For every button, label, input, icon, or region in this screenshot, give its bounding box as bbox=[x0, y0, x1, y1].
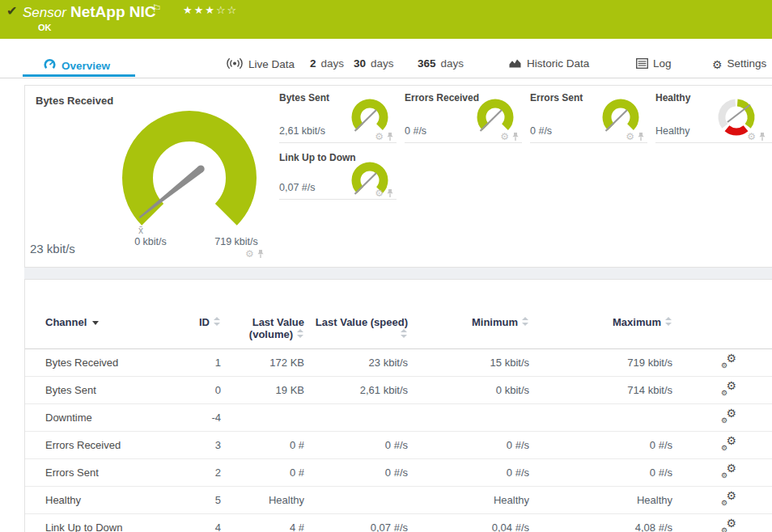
gauge-title: Healthy bbox=[655, 92, 690, 103]
flag-icon[interactable]: ⚐ bbox=[152, 2, 162, 15]
channel-settings-icon[interactable]: ⚙⚙ bbox=[721, 520, 736, 532]
channel-id: 3 bbox=[171, 432, 221, 459]
last-value-volume: 0 # bbox=[221, 432, 304, 459]
gauge-title: Bytes Received bbox=[36, 95, 113, 107]
header-label: Last Value (volume) bbox=[249, 316, 304, 340]
table-header-row: Channel ID Last Value (volume) Last Valu… bbox=[25, 280, 772, 349]
channel-name: Link Up to Down bbox=[25, 514, 171, 532]
gauge-cell-bytes-sent: Bytes Sent 2,61 kbit/s ⚙ bbox=[279, 91, 397, 143]
pin-icon[interactable] bbox=[386, 188, 394, 198]
tab-label: days bbox=[321, 57, 345, 70]
column-header-last-value-speed[interactable]: Last Value (speed) bbox=[304, 280, 408, 349]
gauge-settings-icon[interactable]: ⚙ bbox=[375, 188, 384, 198]
last-value-volume: 19 KB bbox=[221, 377, 304, 404]
channel-name: Bytes Received bbox=[25, 349, 171, 377]
last-value-speed: 0,07 #/s bbox=[304, 514, 408, 532]
channel-settings-icon[interactable]: ⚙⚙ bbox=[721, 465, 736, 479]
channel-settings-icon[interactable]: ⚙⚙ bbox=[721, 410, 736, 424]
maximum-value: 714 kbit/s bbox=[529, 377, 672, 404]
channel-settings-icon[interactable]: ⚙⚙ bbox=[721, 492, 736, 506]
tab-365-days[interactable]: 365days bbox=[418, 57, 464, 70]
gauge-cell-healthy: Healthy Healthy ⚙ bbox=[655, 91, 772, 143]
channel-name: Healthy bbox=[25, 487, 171, 514]
column-header-id[interactable]: ID bbox=[171, 280, 221, 349]
channel-settings-icon[interactable]: ⚙⚙ bbox=[721, 355, 736, 369]
column-header-channel[interactable]: Channel bbox=[25, 280, 171, 349]
channel-name: Bytes Sent bbox=[25, 377, 171, 404]
gauge-value: 0 #/s bbox=[530, 125, 552, 137]
tab-overview[interactable]: Overview bbox=[43, 57, 110, 74]
area-chart-icon bbox=[508, 57, 522, 71]
header-label: ID bbox=[199, 316, 210, 328]
tab-settings[interactable]: ⚙Settings bbox=[712, 57, 766, 71]
minimum-value: Healthy bbox=[408, 487, 529, 514]
table-row[interactable]: Healthy 5 Healthy Healthy Healthy ⚙⚙ bbox=[25, 487, 772, 514]
last-value-volume: Healthy bbox=[221, 487, 304, 514]
gauge-title: Link Up to Down bbox=[279, 152, 356, 163]
gauge-value: 23 kbit/s bbox=[30, 242, 75, 255]
last-value-speed bbox=[304, 404, 408, 432]
channel-id: 0 bbox=[171, 377, 221, 404]
column-header-minimum[interactable]: Minimum bbox=[408, 280, 529, 349]
sort-arrows-icon bbox=[401, 329, 408, 339]
last-value-speed: 2,61 kbit/s bbox=[304, 377, 408, 404]
pin-icon[interactable] bbox=[637, 132, 645, 141]
sensor-title: NetApp NIC bbox=[70, 3, 156, 21]
gauge-value: 0,07 #/s bbox=[279, 182, 315, 193]
pin-icon[interactable] bbox=[386, 132, 394, 141]
gauge-settings-icon[interactable]: ⚙ bbox=[500, 132, 509, 141]
gauge-settings-icon[interactable]: ⚙ bbox=[747, 132, 756, 141]
maximum-value bbox=[529, 404, 672, 432]
last-value-volume: 4 # bbox=[221, 514, 304, 532]
gauge-settings-icon[interactable]: ⚙ bbox=[375, 132, 384, 141]
channels-table: Channel ID Last Value (volume) Last Valu… bbox=[25, 280, 772, 532]
gauges-panel: Bytes Received x̄ 0 kbit/s 719 kbit/s 23… bbox=[24, 85, 772, 268]
column-header-last-value-volume[interactable]: Last Value (volume) bbox=[221, 280, 304, 349]
pin-icon[interactable] bbox=[511, 132, 520, 141]
sort-arrows-icon bbox=[665, 317, 672, 327]
gauge-tools: ⚙ bbox=[500, 132, 520, 141]
gauge-settings-icon[interactable]: ⚙ bbox=[245, 249, 254, 259]
tab-label: Historic Data bbox=[527, 57, 589, 70]
tab-number: 2 bbox=[310, 57, 316, 70]
column-header-tools bbox=[672, 280, 772, 349]
tab-2-days[interactable]: 2days bbox=[310, 57, 344, 70]
tab-log[interactable]: Log bbox=[636, 57, 672, 71]
maximum-value: 0 #/s bbox=[529, 432, 672, 459]
table-row[interactable]: Bytes Received 1 172 KB 23 kbit/s 15 kbi… bbox=[25, 349, 772, 377]
table-row[interactable]: Downtime -4 ⚙⚙ bbox=[25, 404, 772, 432]
channel-settings-icon[interactable]: ⚙⚙ bbox=[721, 437, 736, 451]
gear-icon: ⚙ bbox=[712, 58, 723, 71]
pin-icon[interactable] bbox=[257, 249, 265, 259]
panel-gap bbox=[24, 268, 772, 279]
table-row[interactable]: Link Up to Down 4 4 # 0,07 #/s 0,04 #/s … bbox=[25, 514, 772, 532]
last-value-speed: 0 #/s bbox=[304, 432, 408, 459]
column-header-maximum[interactable]: Maximum bbox=[529, 280, 672, 349]
object-kind-label: Sensor bbox=[23, 5, 66, 21]
gauge-title: Errors Sent bbox=[530, 92, 583, 103]
table-row[interactable]: Bytes Sent 0 19 KB 2,61 kbit/s 0 kbit/s … bbox=[25, 377, 772, 404]
tab-live-data[interactable]: Live Data bbox=[226, 57, 295, 72]
tab-historic-data[interactable]: Historic Data bbox=[508, 57, 589, 71]
maximum-value: 0 #/s bbox=[529, 459, 672, 487]
table-row[interactable]: Errors Received 3 0 # 0 #/s 0 #/s 0 #/s … bbox=[25, 432, 772, 459]
channel-id: 5 bbox=[171, 487, 221, 514]
gauge-value: 2,61 kbit/s bbox=[279, 125, 325, 137]
table-row[interactable]: Errors Sent 2 0 # 0 #/s 0 #/s 0 #/s ⚙⚙ bbox=[25, 459, 772, 487]
sort-arrows-icon bbox=[297, 329, 304, 339]
gauge-value: Healthy bbox=[655, 125, 689, 137]
gauge-settings-icon[interactable]: ⚙ bbox=[626, 132, 634, 141]
pin-icon[interactable] bbox=[758, 132, 766, 141]
gauge-tools: ⚙ bbox=[626, 132, 645, 141]
active-tab-underline bbox=[23, 74, 135, 77]
channel-name: Errors Sent bbox=[25, 459, 171, 487]
tab-bar: Overview Live Data 2days 30days 365days bbox=[0, 39, 772, 78]
last-value-volume bbox=[221, 404, 304, 432]
sort-arrows-icon bbox=[522, 317, 529, 327]
priority-stars[interactable]: ★★★☆☆ bbox=[183, 4, 238, 16]
header-label: Maximum bbox=[613, 316, 661, 328]
sensor-header: ✔ Sensor NetApp NIC ⚐ ★★★☆☆ OK bbox=[0, 0, 772, 39]
tab-30-days[interactable]: 30days bbox=[354, 57, 394, 70]
channel-settings-icon[interactable]: ⚙⚙ bbox=[721, 382, 736, 396]
tab-number: 365 bbox=[418, 57, 436, 70]
